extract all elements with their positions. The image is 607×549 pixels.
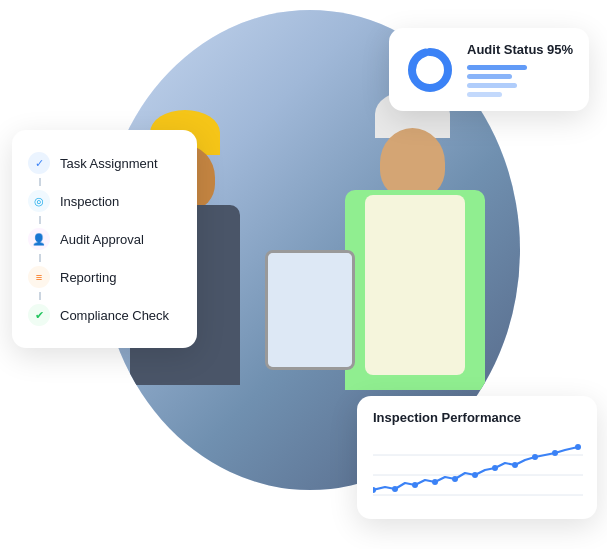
audit-icon: 👤 [28, 228, 50, 250]
list-item: 👤 Audit Approval [28, 220, 181, 258]
audit-label: Audit Approval [60, 232, 144, 247]
report-icon: ≡ [28, 266, 50, 288]
list-item: ✓ Task Assignment [28, 144, 181, 182]
svg-point-6 [392, 486, 398, 492]
perf-title: Inspection Performance [373, 410, 581, 425]
tablet [265, 250, 355, 370]
audit-card-content: Audit Status 95% [467, 42, 573, 97]
list-item: ◎ Inspection [28, 182, 181, 220]
svg-point-8 [432, 479, 438, 485]
legend-bar-3 [467, 83, 517, 88]
svg-point-13 [532, 454, 538, 460]
task-icon: ✓ [28, 152, 50, 174]
audit-status-card: Audit Status 95% [389, 28, 589, 111]
svg-point-14 [552, 450, 558, 456]
scene: ✓ Task Assignment ◎ Inspection 👤 Audit A… [0, 0, 607, 549]
svg-point-15 [575, 444, 581, 450]
list-item: ≡ Reporting [28, 258, 181, 296]
reporting-label: Reporting [60, 270, 116, 285]
workflow-card: ✓ Task Assignment ◎ Inspection 👤 Audit A… [12, 130, 197, 348]
audit-status-title: Audit Status [467, 42, 544, 57]
legend-bar-1 [467, 65, 527, 70]
donut-chart [405, 45, 455, 95]
comply-icon: ✔ [28, 304, 50, 326]
compliance-label: Compliance Check [60, 308, 169, 323]
svg-point-10 [472, 472, 478, 478]
line-chart [373, 435, 581, 505]
svg-point-5 [373, 487, 376, 493]
audit-title-row: Audit Status 95% [467, 42, 573, 57]
inspection-performance-card: Inspection Performance [357, 396, 597, 519]
list-item: ✔ Compliance Check [28, 296, 181, 334]
svg-point-11 [492, 465, 498, 471]
svg-point-7 [412, 482, 418, 488]
svg-point-1 [412, 52, 448, 88]
legend-bar-4 [467, 92, 502, 97]
task-label: Task Assignment [60, 156, 158, 171]
legend-bar-2 [467, 74, 512, 79]
svg-point-9 [452, 476, 458, 482]
audit-percent-value: 95% [547, 42, 573, 57]
legend-bars [467, 65, 573, 97]
svg-point-12 [512, 462, 518, 468]
inspect-icon: ◎ [28, 190, 50, 212]
inspection-label: Inspection [60, 194, 119, 209]
